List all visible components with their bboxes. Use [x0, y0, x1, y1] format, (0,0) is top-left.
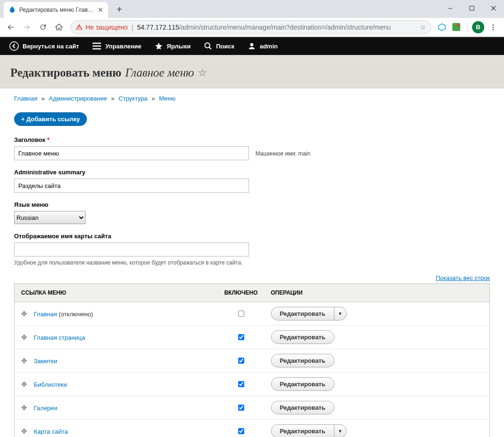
svg-point-10 — [10, 42, 18, 50]
enabled-checkbox[interactable] — [238, 358, 244, 364]
tab-strip: Редактировать меню Главное м ✕ + — [0, 0, 504, 18]
window-controls — [439, 0, 504, 16]
svg-line-15 — [209, 47, 211, 49]
svg-point-8 — [492, 26, 494, 28]
col-header-enabled: ВКЛЮЧЕНО — [217, 284, 264, 302]
sitemap-label: Отображаемое имя карты сайта — [14, 233, 490, 240]
browser-chrome: Редактировать меню Главное м ✕ + — [0, 0, 504, 37]
svg-point-9 — [492, 29, 494, 30]
disabled-note: (отключено) — [59, 311, 93, 318]
extension-icon-2[interactable] — [450, 21, 462, 33]
menu-link[interactable]: Галереи — [34, 405, 57, 412]
shortcut-star-icon[interactable]: ☆ — [198, 67, 207, 79]
summary-input[interactable] — [14, 179, 249, 193]
form-item-summary: Administrative summary — [14, 169, 490, 193]
toolbar-manage[interactable]: Управление — [85, 37, 148, 55]
not-secure-label: Не защищено — [85, 23, 128, 31]
home-button[interactable] — [52, 20, 66, 34]
edit-button[interactable]: Редактировать — [271, 378, 334, 390]
edit-dropbutton: Редактировать▼ — [271, 424, 347, 437]
maximize-button[interactable] — [461, 0, 482, 16]
crumb-admin[interactable]: Администрирование — [49, 95, 107, 102]
enabled-checkbox[interactable] — [238, 381, 244, 387]
toolbar-user-label: admin — [260, 43, 278, 50]
svg-rect-1 — [470, 6, 474, 10]
menu-link[interactable]: Главная — [34, 311, 57, 318]
drag-handle-icon[interactable]: ✥ — [21, 310, 27, 318]
toolbar-shortcuts-label: Ярлыки — [167, 43, 191, 50]
address-bar: Не защищено | 54.77.172.115/admin/struct… — [0, 18, 504, 37]
search-icon — [204, 42, 212, 50]
title-input[interactable] — [14, 146, 249, 160]
page-title-emph: Главное меню — [125, 66, 194, 79]
menu-link[interactable]: Библиотеки — [34, 381, 67, 388]
toolbar-back-to-site[interactable]: Вернуться на сайт — [3, 37, 85, 55]
browser-menu-icon[interactable] — [486, 20, 500, 34]
drag-handle-icon[interactable]: ✥ — [21, 427, 27, 435]
toolbar-manage-label: Управление — [105, 43, 141, 50]
breadcrumb: Главная » Администрирование » Структура … — [14, 95, 490, 102]
toolbar-search-label: Поиск — [216, 43, 234, 50]
crumb-menu[interactable]: Меню — [159, 95, 176, 102]
enabled-checkbox[interactable] — [238, 428, 244, 434]
divider — [467, 22, 467, 32]
sitemap-input[interactable] — [14, 242, 249, 257]
drag-handle-icon[interactable]: ✥ — [21, 380, 27, 388]
hamburger-icon — [92, 42, 101, 50]
edit-dropbutton: Редактировать — [271, 330, 334, 344]
table-row: ✥Главная (отключено)Редактировать▼ — [15, 302, 490, 326]
title-label: Заголовок * — [14, 136, 490, 143]
close-window-button[interactable] — [482, 0, 504, 16]
forward-button[interactable] — [20, 20, 34, 34]
new-tab-button[interactable]: + — [113, 3, 126, 16]
page-title: Редактировать меню Главное меню ☆ — [10, 66, 494, 79]
dropbutton-toggle[interactable]: ▼ — [334, 307, 346, 320]
col-header-link: ССЫЛКА МЕНЮ — [15, 284, 218, 302]
table-row: ✥Главная страницаРедактировать — [15, 326, 490, 349]
tab-title: Редактировать меню Главное м — [19, 7, 94, 13]
menu-link[interactable]: Карта сайта — [34, 428, 68, 435]
browser-tab[interactable]: Редактировать меню Главное м ✕ — [4, 2, 108, 18]
enabled-checkbox[interactable] — [238, 311, 244, 317]
menu-link[interactable]: Главная страница — [34, 334, 85, 341]
edit-dropbutton: Редактировать — [271, 401, 334, 414]
profile-avatar[interactable]: В — [472, 21, 484, 33]
toolbar-shortcuts[interactable]: Ярлыки — [148, 37, 197, 55]
reload-button[interactable] — [36, 20, 50, 34]
svg-marker-4 — [439, 23, 446, 31]
edit-button[interactable]: Редактировать — [271, 401, 334, 414]
menu-links-table: ССЫЛКА МЕНЮ ВКЛЮЧЕНО ОПЕРАЦИИ ✥Главная (… — [14, 283, 490, 437]
minimize-button[interactable] — [439, 0, 461, 16]
edit-dropbutton: Редактировать — [271, 354, 334, 367]
menu-link[interactable]: Заметки — [34, 358, 57, 365]
show-weights-link[interactable]: Показать вес строк — [435, 274, 490, 281]
edit-button[interactable]: Редактировать — [271, 354, 334, 367]
lang-select[interactable]: Russian — [14, 211, 85, 224]
toolbar-user[interactable]: admin — [241, 37, 284, 55]
drag-handle-icon[interactable]: ✥ — [21, 404, 27, 412]
enabled-checkbox[interactable] — [238, 405, 244, 411]
back-button[interactable] — [4, 20, 18, 34]
crumb-home[interactable]: Главная — [14, 95, 37, 102]
url-host: 54.77.172.115 — [137, 23, 179, 31]
enabled-checkbox[interactable] — [238, 334, 244, 340]
star-icon — [155, 42, 163, 50]
svg-point-14 — [205, 43, 210, 48]
url-field[interactable]: Не защищено | 54.77.172.115/admin/struct… — [70, 20, 431, 34]
drag-handle-icon[interactable]: ✥ — [21, 357, 27, 365]
content: Главная » Администрирование » Структура … — [0, 88, 504, 437]
edit-button[interactable]: Редактировать — [271, 331, 334, 343]
drag-handle-icon[interactable]: ✥ — [21, 333, 27, 341]
extension-icon-1[interactable] — [436, 21, 448, 33]
edit-button[interactable]: Редактировать — [271, 425, 334, 437]
toolbar-search[interactable]: Поиск — [197, 37, 241, 55]
add-link-button[interactable]: + Добавить ссылку — [14, 112, 87, 126]
bookmark-star-icon[interactable]: ☆ — [420, 23, 426, 31]
dropbutton-toggle[interactable]: ▼ — [334, 425, 346, 437]
machine-name-label: Машинное имя: main — [256, 150, 310, 157]
show-weights: Показать вес строк — [14, 274, 490, 281]
crumb-structure[interactable]: Структура — [118, 95, 147, 102]
edit-button[interactable]: Редактировать — [271, 307, 334, 320]
form-item-sitemap: Отображаемое имя карты сайта Удобное для… — [14, 233, 490, 266]
close-tab-icon[interactable]: ✕ — [98, 6, 103, 14]
